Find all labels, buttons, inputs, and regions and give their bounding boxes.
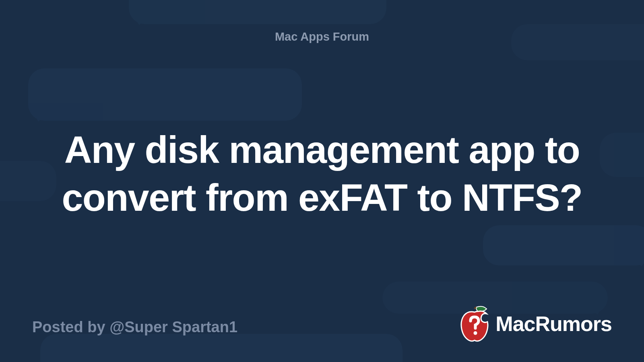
brand-name: MacRumors <box>495 312 612 336</box>
author-prefix: Posted by <box>32 319 109 335</box>
apple-logo-icon <box>458 306 491 342</box>
author-handle: @Super Spartan1 <box>109 319 237 335</box>
brand-logo: MacRumors <box>458 306 612 342</box>
svg-point-0 <box>474 331 477 335</box>
social-card: Mac Apps Forum Any disk management app t… <box>0 0 644 362</box>
card-footer: Posted by @Super Spartan1 MacRumors <box>32 306 612 342</box>
post-author: Posted by @Super Spartan1 <box>32 319 237 336</box>
post-title: Any disk management app to convert from … <box>32 41 612 306</box>
